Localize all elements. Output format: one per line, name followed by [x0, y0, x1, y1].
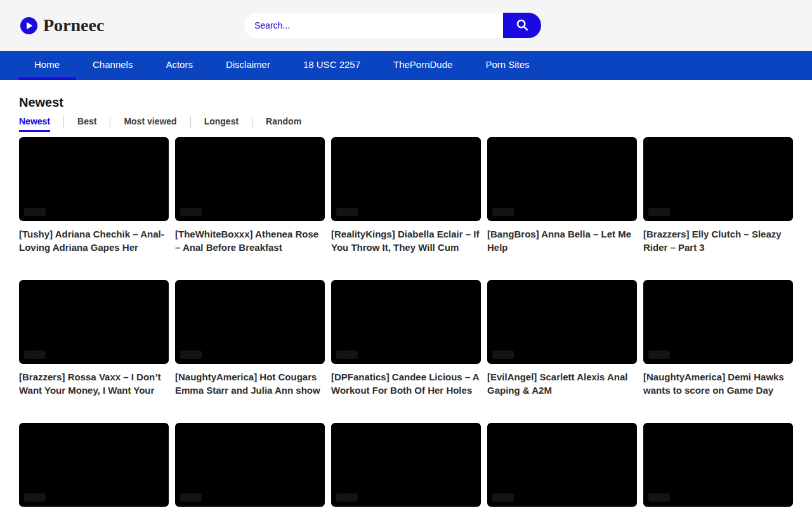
video-title[interactable]: [TheWhiteBoxxx] Athenea Rose – Anal Befo… [175, 227, 325, 254]
nav-item-disclaimer[interactable]: Disclaimer [209, 51, 287, 80]
video-card[interactable] [331, 423, 481, 507]
video-title[interactable]: [EvilAngel] Scarlett Alexis Anal Gaping … [487, 370, 637, 397]
video-title[interactable]: [Brazzers] Rossa Vaxx – I Don’t Want You… [19, 370, 169, 397]
video-thumbnail[interactable] [19, 423, 169, 507]
duration-badge [180, 208, 202, 216]
site-header: Porneec [0, 0, 812, 51]
site-logo[interactable]: Porneec [20, 0, 104, 51]
video-card[interactable]: [NaughtyAmerica] Demi Hawks wants to sco… [643, 280, 793, 397]
magnifier-icon [515, 18, 529, 34]
video-thumbnail[interactable] [19, 137, 169, 221]
duration-badge [180, 351, 202, 359]
tab-best[interactable]: Best [77, 116, 96, 132]
tab-divider [110, 116, 110, 128]
nav-item-18-usc-2257[interactable]: 18 USC 2257 [287, 51, 377, 80]
page-title: Newest [19, 95, 793, 110]
sort-tabs: NewestBestMost viewedLongestRandom [19, 116, 793, 132]
duration-badge [24, 493, 46, 502]
video-thumbnail[interactable] [487, 280, 637, 364]
search-form [244, 13, 541, 38]
video-thumbnail[interactable] [331, 137, 481, 221]
video-thumbnail[interactable] [643, 423, 793, 507]
video-title[interactable]: [NaughtyAmerica] Hot Cougars Emma Starr … [175, 370, 325, 397]
video-thumbnail[interactable] [175, 280, 325, 364]
duration-badge [648, 208, 670, 216]
video-thumbnail[interactable] [643, 280, 793, 364]
video-card[interactable]: [Tushy] Adriana Chechik – Anal-Loving Ad… [19, 137, 169, 254]
video-grid: [Tushy] Adriana Chechik – Anal-Loving Ad… [19, 137, 793, 507]
video-card[interactable]: [RealityKings] Diabella Eclair – If You … [331, 137, 481, 254]
duration-badge [24, 351, 46, 359]
duration-badge [336, 493, 358, 502]
search-button[interactable] [503, 13, 541, 38]
duration-badge [336, 351, 358, 359]
nav-item-channels[interactable]: Channels [76, 51, 149, 80]
tab-most-viewed[interactable]: Most viewed [124, 116, 176, 132]
video-card[interactable]: [EvilAngel] Scarlett Alexis Anal Gaping … [487, 280, 637, 397]
duration-badge [180, 493, 202, 502]
video-title[interactable]: [Tushy] Adriana Chechik – Anal-Loving Ad… [19, 227, 169, 254]
video-thumbnail[interactable] [331, 280, 481, 364]
site-title: Porneec [43, 15, 104, 36]
duration-badge [24, 208, 46, 216]
nav-item-porn-sites[interactable]: Porn Sites [469, 51, 546, 80]
video-card[interactable] [487, 423, 637, 507]
video-thumbnail[interactable] [175, 423, 325, 507]
video-title[interactable]: [NaughtyAmerica] Demi Hawks wants to sco… [643, 370, 793, 397]
video-thumbnail[interactable] [331, 423, 481, 507]
video-title[interactable]: [RealityKings] Diabella Eclair – If You … [331, 227, 481, 254]
video-card[interactable]: [BangBros] Anna Bella – Let Me Help [487, 137, 637, 254]
video-card[interactable] [175, 423, 325, 507]
nav-item-actors[interactable]: Actors [149, 51, 209, 80]
duration-badge [648, 351, 670, 359]
video-card[interactable]: [DPFanatics] Candee Licious – A Workout … [331, 280, 481, 397]
main-nav: HomeChannelsActorsDisclaimer18 USC 2257T… [0, 51, 812, 80]
video-card[interactable]: [Brazzers] Elly Clutch – Sleazy Rider – … [643, 137, 793, 254]
video-thumbnail[interactable] [643, 137, 793, 221]
tab-random[interactable]: Random [266, 116, 301, 132]
video-title[interactable]: [BangBros] Anna Bella – Let Me Help [487, 227, 637, 254]
duration-badge [492, 208, 514, 216]
search-input[interactable] [244, 13, 503, 38]
tab-newest[interactable]: Newest [19, 116, 50, 132]
main-content: Newest NewestBestMost viewedLongestRando… [0, 95, 812, 507]
video-thumbnail[interactable] [19, 280, 169, 364]
tab-divider [63, 116, 64, 128]
video-title[interactable]: [DPFanatics] Candee Licious – A Workout … [331, 370, 481, 397]
video-title[interactable]: [Brazzers] Elly Clutch – Sleazy Rider – … [643, 227, 793, 254]
video-card[interactable] [643, 423, 793, 507]
nav-item-home[interactable]: Home [18, 51, 76, 80]
video-card[interactable]: [TheWhiteBoxxx] Athenea Rose – Anal Befo… [175, 137, 325, 254]
nav-item-theporndude[interactable]: ThePornDude [377, 51, 469, 80]
video-card[interactable]: [Brazzers] Rossa Vaxx – I Don’t Want You… [19, 280, 169, 397]
video-card[interactable]: [NaughtyAmerica] Hot Cougars Emma Starr … [175, 280, 325, 397]
tab-divider [190, 116, 191, 128]
video-thumbnail[interactable] [487, 137, 637, 221]
play-icon [20, 17, 37, 34]
video-thumbnail[interactable] [175, 137, 325, 221]
video-card[interactable] [19, 423, 169, 507]
duration-badge [492, 493, 514, 502]
duration-badge [492, 351, 514, 359]
duration-badge [336, 208, 358, 216]
video-thumbnail[interactable] [487, 423, 637, 507]
duration-badge [648, 493, 670, 502]
tab-divider [252, 116, 252, 128]
tab-longest[interactable]: Longest [204, 116, 239, 132]
